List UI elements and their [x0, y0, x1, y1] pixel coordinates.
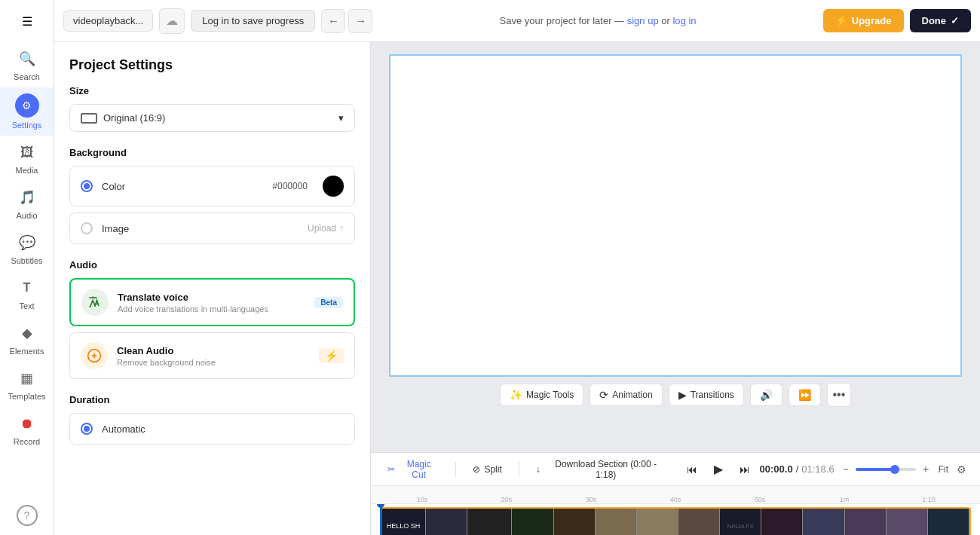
cloud-save-button[interactable]: ☁ — [159, 8, 185, 34]
text-icon: T — [17, 277, 38, 298]
separator-1 — [455, 462, 456, 477]
duration-option[interactable]: Automatic — [69, 413, 355, 445]
duration-value: Automatic — [102, 423, 145, 435]
animation-button[interactable]: ⟳ Animation — [590, 384, 662, 406]
menu-icon[interactable]: ☰ — [12, 6, 42, 36]
speed-icon: ⏩ — [798, 389, 811, 401]
undo-button[interactable]: ← — [321, 9, 345, 33]
subtitles-icon: 💬 — [17, 232, 38, 253]
background-section: Background Color #000000 Image Upload ↑ — [69, 147, 355, 244]
skip-forward-button[interactable]: ⏭ — [734, 459, 755, 480]
timeline-thumb-strip[interactable]: HELLO SH TEMPLATES NINJA FX — [380, 507, 971, 535]
color-radio[interactable] — [81, 180, 93, 192]
sidebar-item-settings[interactable]: ⚙ Settings — [0, 87, 54, 136]
color-option[interactable]: Color #000000 — [69, 166, 355, 206]
zoom-handle[interactable] — [890, 465, 899, 474]
translate-voice-card[interactable]: Translate voice Add voice translations i… — [69, 278, 355, 326]
separator-2 — [519, 462, 519, 477]
duration-radio[interactable] — [81, 423, 93, 435]
playhead[interactable] — [380, 504, 382, 535]
sidebar-item-label: Record — [14, 437, 40, 446]
image-radio[interactable] — [81, 222, 93, 234]
clean-audio-desc: Remove background noise — [117, 358, 310, 367]
canvas-frame[interactable] — [389, 54, 962, 377]
volume-button[interactable]: 🔊 — [750, 384, 782, 406]
upgrade-button[interactable]: ⚡ Upgrade — [823, 9, 904, 32]
translate-voice-desc: Add voice translations in multi-language… — [118, 304, 305, 313]
skip-back-button[interactable]: ⏮ — [681, 459, 703, 480]
size-dropdown[interactable]: Original (16:9) ▾ — [69, 104, 355, 132]
volume-icon: 🔊 — [760, 389, 773, 401]
sidebar-item-label: Audio — [16, 211, 37, 220]
thumb-item — [426, 509, 467, 535]
sign-up-link[interactable]: sign up — [627, 15, 659, 26]
more-options-button[interactable]: ••• — [827, 383, 851, 407]
canvas-tools-bar: ✨ Magic Tools ⟳ Animation ▶ Transitions … — [500, 377, 851, 413]
top-toolbar: videoplayback... ☁ Log in to save progre… — [54, 0, 980, 42]
sidebar-item-templates[interactable]: ▦ Templates — [0, 362, 54, 407]
download-icon: ↓ — [536, 464, 541, 475]
log-in-link[interactable]: log in — [672, 15, 696, 26]
audio-label: Audio — [69, 259, 355, 271]
ruler-mark: 50s — [718, 496, 802, 503]
color-picker-button[interactable] — [323, 176, 344, 197]
zoom-in-button[interactable]: ＋ — [920, 463, 931, 476]
search-icon: 🔍 — [17, 48, 38, 69]
sidebar-item-audio[interactable]: 🎵 Audio — [0, 181, 54, 226]
magic-cut-button[interactable]: ✂ Magic Cut — [380, 455, 446, 484]
zoom-out-button[interactable]: － — [841, 463, 851, 476]
split-button[interactable]: ⊘ Split — [465, 460, 509, 478]
thumb-item: NINJA FX — [720, 509, 761, 535]
body-area: Project Settings Size Original (16:9) ▾ … — [54, 42, 980, 535]
split-icon: ⊘ — [473, 464, 480, 475]
translate-icon — [81, 289, 109, 316]
thumb-item — [596, 509, 637, 535]
elements-icon: ◆ — [17, 323, 38, 344]
ruler-mark: 30s — [549, 496, 633, 503]
translate-voice-title: Translate voice — [118, 292, 305, 303]
more-icon: ••• — [832, 388, 845, 402]
sidebar-item-label: Text — [19, 301, 34, 310]
sidebar-item-elements[interactable]: ◆ Elements — [0, 316, 54, 362]
clean-audio-card[interactable]: Clean Audio Remove background noise ⚡ — [69, 332, 355, 379]
help-button[interactable]: ? — [17, 505, 38, 526]
duration-section: Duration Automatic — [69, 394, 355, 445]
timeline-track[interactable]: HELLO SH TEMPLATES NINJA FX — [371, 504, 980, 535]
canvas-area: ✨ Magic Tools ⟳ Animation ▶ Transitions … — [371, 42, 980, 452]
done-button[interactable]: Done ✓ — [910, 9, 972, 32]
ruler-mark: 10s — [380, 496, 464, 503]
image-option[interactable]: Image Upload ↑ — [69, 212, 355, 244]
timeline-settings-button[interactable]: ⚙ — [953, 460, 971, 478]
upload-button[interactable]: Upload ↑ — [308, 223, 344, 234]
redo-button[interactable]: → — [348, 9, 372, 33]
ruler-mark: 1m — [802, 496, 887, 503]
magic-wand-icon: ✨ — [510, 389, 522, 401]
sidebar-item-text[interactable]: T Text — [0, 271, 54, 316]
sidebar-item-label: Settings — [12, 121, 42, 130]
magic-tools-button[interactable]: ✨ Magic Tools — [500, 384, 583, 406]
sidebar-item-label: Subtitles — [11, 256, 42, 265]
sidebar-item-media[interactable]: 🖼 Media — [0, 136, 54, 181]
filename-display[interactable]: videoplayback... — [63, 10, 153, 32]
cloud-icon: ☁ — [166, 14, 178, 28]
sidebar-item-search[interactable]: 🔍 Search — [0, 42, 54, 87]
ruler-marks: 10s 20s 30s 40s 50s 1m 1:10 — [380, 496, 971, 503]
sidebar-item-record[interactable]: ⏺ Record — [0, 407, 54, 452]
transitions-icon: ▶ — [678, 389, 687, 401]
sidebar: ☰ 🔍 Search ⚙ Settings 🖼 Media 🎵 Audio 💬 … — [0, 0, 54, 535]
download-section-button[interactable]: ↓ Download Section (0:00 - 1:18) — [528, 455, 675, 484]
zoom-slider[interactable] — [856, 468, 916, 471]
transitions-button[interactable]: ▶ Transitions — [669, 384, 744, 406]
login-save-button[interactable]: Log in to save progress — [191, 10, 315, 32]
sidebar-item-subtitles[interactable]: 💬 Subtitles — [0, 226, 54, 271]
play-button[interactable]: ▶ — [707, 458, 730, 481]
settings-panel: Project Settings Size Original (16:9) ▾ … — [54, 42, 371, 535]
sidebar-item-label: Templates — [8, 392, 45, 401]
sidebar-item-label: Search — [14, 72, 40, 81]
speed-button[interactable]: ⏩ — [789, 384, 821, 406]
translate-voice-info: Translate voice Add voice translations i… — [118, 292, 305, 313]
beta-badge: Beta — [314, 297, 343, 308]
upgrade-badge: ⚡ — [319, 348, 344, 363]
thumb-item: TEMPLATES — [467, 509, 512, 535]
fit-button[interactable]: Fit — [939, 464, 948, 475]
